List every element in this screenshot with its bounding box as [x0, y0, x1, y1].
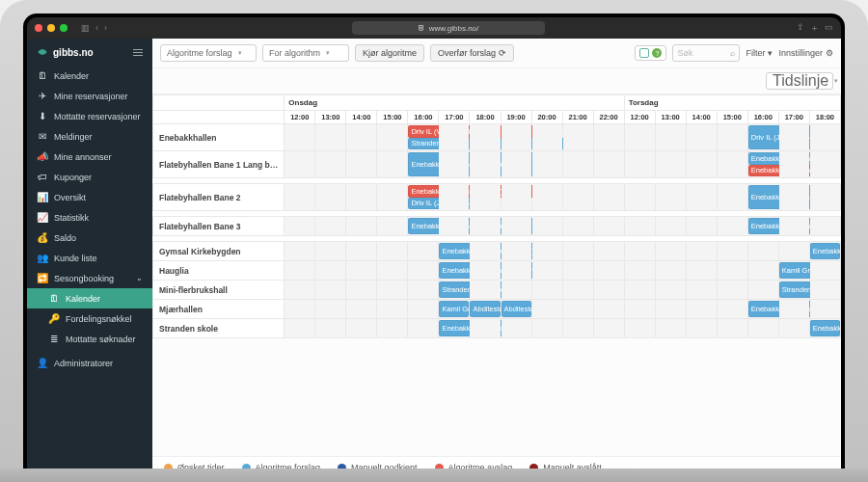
- time-cell[interactable]: [624, 151, 655, 178]
- time-cell[interactable]: [501, 319, 531, 338]
- time-cell[interactable]: Enebakk IL (Ungdom (14-16år)): [408, 217, 439, 236]
- time-cell[interactable]: [562, 261, 593, 281]
- sidebar-item-kalender[interactable]: 🗓Kalender: [27, 66, 152, 86]
- time-cell[interactable]: [408, 261, 439, 281]
- time-cell[interactable]: [624, 261, 655, 281]
- time-cell[interactable]: [562, 300, 593, 319]
- time-cell[interactable]: [439, 217, 470, 236]
- time-cell[interactable]: [747, 319, 778, 338]
- time-cell[interactable]: [593, 242, 624, 261]
- time-cell[interactable]: [501, 184, 531, 211]
- time-cell[interactable]: [624, 300, 655, 319]
- brand[interactable]: gibbs.no: [27, 39, 152, 66]
- sidebar-item-administratorer[interactable]: 👤Administratorer: [27, 353, 152, 373]
- time-cell[interactable]: [562, 151, 593, 178]
- time-cell[interactable]: [809, 151, 840, 178]
- time-cell[interactable]: [717, 184, 747, 211]
- time-cell[interactable]: [717, 217, 747, 236]
- time-cell[interactable]: [501, 217, 531, 236]
- time-cell[interactable]: [470, 151, 501, 178]
- time-cell[interactable]: [717, 261, 747, 281]
- sidebar-item-kalender[interactable]: 🗓Kalender: [27, 288, 152, 308]
- time-cell[interactable]: Enebakk IF (Junior (16-18år)): [439, 261, 470, 281]
- time-cell[interactable]: Enebakk IL (Ungdom (14-16år: [747, 300, 778, 319]
- time-cell[interactable]: [439, 124, 470, 151]
- browser-nav-buttons[interactable]: ▥ ‹ ›: [81, 23, 107, 33]
- time-cell[interactable]: [408, 242, 439, 261]
- time-cell[interactable]: [655, 261, 686, 281]
- time-cell[interactable]: [315, 242, 346, 261]
- time-cell[interactable]: [377, 319, 408, 338]
- time-cell[interactable]: [285, 300, 315, 319]
- time-cell[interactable]: [470, 217, 501, 236]
- time-cell[interactable]: [686, 217, 717, 236]
- time-cell[interactable]: [531, 261, 562, 281]
- sidebar-item-oversikt[interactable]: 📊Oversikt: [27, 187, 152, 207]
- time-cell[interactable]: [717, 319, 747, 338]
- address-bar[interactable]: ⛨ www.gibbs.no/: [352, 21, 545, 35]
- time-cell[interactable]: [531, 242, 562, 261]
- time-cell[interactable]: [285, 151, 315, 178]
- time-cell[interactable]: [470, 319, 501, 338]
- time-cell[interactable]: [624, 124, 655, 151]
- time-cell[interactable]: [377, 281, 408, 300]
- time-cell[interactable]: [377, 184, 408, 211]
- time-cell[interactable]: [285, 319, 315, 338]
- time-cell[interactable]: [470, 261, 501, 281]
- search-input[interactable]: Søk ⌕: [672, 44, 740, 62]
- time-cell[interactable]: Enebakk IL (Ungdom (14-16år)): [439, 319, 470, 338]
- time-cell[interactable]: Stranden IF (Junior (16-18 år)): [439, 281, 470, 300]
- time-cell[interactable]: [778, 124, 809, 151]
- time-cell[interactable]: [531, 300, 562, 319]
- time-cell[interactable]: [717, 242, 747, 261]
- back-icon[interactable]: ‹: [95, 23, 98, 33]
- time-cell[interactable]: [285, 281, 315, 300]
- time-cell[interactable]: [593, 261, 624, 281]
- sidebar-item-mottatte-søknader[interactable]: ≣Mottatte søknader: [27, 329, 152, 349]
- time-cell[interactable]: [315, 217, 346, 236]
- schedule-grid[interactable]: OnsdagTorsdag12:0013:0014:0015:0016:0017…: [152, 94, 841, 456]
- time-cell[interactable]: [717, 151, 747, 178]
- time-cell[interactable]: [408, 319, 439, 338]
- time-cell[interactable]: [624, 242, 655, 261]
- time-cell[interactable]: [593, 217, 624, 236]
- time-cell[interactable]: [655, 300, 686, 319]
- time-cell[interactable]: [778, 151, 809, 178]
- sidebar-item-mine-reservasjoner[interactable]: ✈Mine reservasjoner: [27, 86, 152, 106]
- time-cell[interactable]: [377, 261, 408, 281]
- time-cell[interactable]: [377, 124, 408, 151]
- time-cell[interactable]: [593, 319, 624, 338]
- filter-button[interactable]: Filter▾: [746, 48, 773, 58]
- time-cell[interactable]: [655, 217, 686, 236]
- booking-event[interactable]: Enebakk IL (Voks: [810, 243, 840, 259]
- time-cell[interactable]: [439, 184, 470, 211]
- for-algorithm-select[interactable]: For algorithm▾: [262, 44, 349, 62]
- time-cell[interactable]: [562, 281, 593, 300]
- sidebar-item-sesongbooking[interactable]: 🔁Sesongbooking⌄: [27, 268, 152, 288]
- time-cell[interactable]: [593, 281, 624, 300]
- time-cell[interactable]: [377, 242, 408, 261]
- sidebar-item-mine-annonser[interactable]: 📣Mine annonser: [27, 147, 152, 167]
- time-cell[interactable]: [624, 281, 655, 300]
- time-cell[interactable]: [470, 242, 501, 261]
- algorithm-select[interactable]: Algoritme forslag▾: [160, 44, 257, 62]
- tabs-icon[interactable]: ▭: [825, 22, 833, 35]
- time-cell[interactable]: [686, 281, 717, 300]
- share-icon[interactable]: ⇪: [797, 22, 804, 35]
- time-cell[interactable]: [531, 184, 562, 211]
- time-cell[interactable]: [315, 300, 346, 319]
- window-controls[interactable]: [35, 24, 68, 32]
- time-cell[interactable]: [315, 184, 346, 211]
- time-cell[interactable]: [531, 151, 562, 178]
- sidebar-item-kuponger[interactable]: 🏷Kuponger: [27, 167, 152, 187]
- help-icon[interactable]: ?: [652, 48, 662, 58]
- run-algorithm-button[interactable]: Kjør algoritme: [355, 44, 424, 62]
- booking-event[interactable]: Abditestalgo: [502, 301, 531, 317]
- sidebar-item-fordelingsnøkkel[interactable]: 🔑Fordelingsnøkkel: [27, 308, 152, 329]
- time-cell[interactable]: [655, 281, 686, 300]
- time-cell[interactable]: [470, 184, 501, 211]
- time-cell[interactable]: [346, 300, 377, 319]
- time-cell[interactable]: [747, 242, 778, 261]
- time-cell[interactable]: [439, 151, 470, 178]
- time-cell[interactable]: [624, 217, 655, 236]
